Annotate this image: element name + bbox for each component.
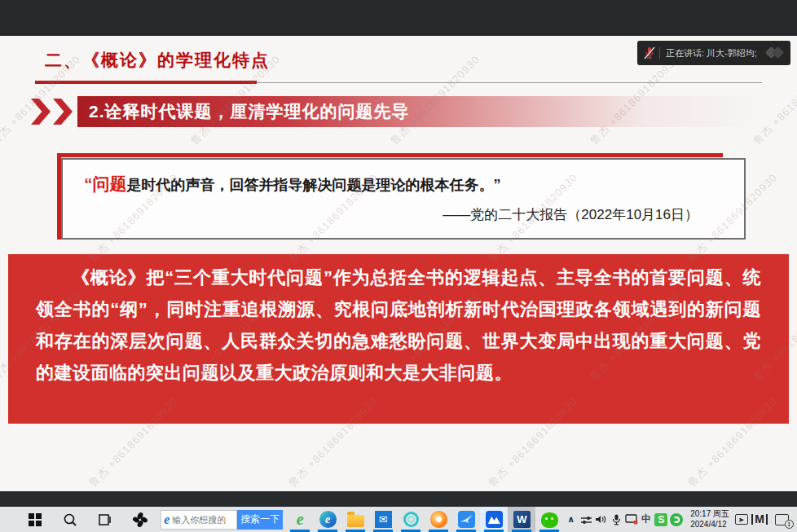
taskbar-app-ie-green[interactable]: e bbox=[286, 507, 314, 532]
taskbar-app-word[interactable]: W bbox=[508, 507, 535, 532]
action-center-button[interactable]: 1 bbox=[770, 507, 794, 532]
taskbar-app-flame-browser[interactable] bbox=[425, 507, 452, 532]
notification-badge: 1 bbox=[785, 520, 794, 529]
ring-app-icon bbox=[403, 512, 419, 527]
tray-microphone[interactable] bbox=[609, 507, 623, 532]
taskbar-app-edge[interactable]: e bbox=[314, 507, 341, 532]
tencent-meeting-logo-icon bbox=[766, 46, 786, 59]
windows-logo-icon bbox=[29, 513, 42, 526]
taskbar-clock[interactable]: 20:17 周五 2024/4/12 bbox=[690, 509, 729, 530]
clock-date: 2024/4/12 bbox=[690, 520, 729, 530]
action-center-icon: 1 bbox=[775, 514, 789, 525]
word-icon: W bbox=[513, 511, 531, 528]
task-view-button[interactable] bbox=[88, 507, 123, 532]
tray-screen-share[interactable] bbox=[623, 507, 638, 532]
wechat-icon bbox=[541, 512, 558, 528]
start-button[interactable] bbox=[18, 507, 53, 532]
screen: 二、《概论》的学理化特点 2.诠释时代课题，厘清学理化的问题先导 “问题是时代的… bbox=[0, 0, 797, 532]
search-icon bbox=[63, 512, 77, 527]
taskbar-search-button[interactable] bbox=[53, 507, 88, 532]
mail-icon: ✉ bbox=[375, 511, 392, 528]
microphone-icon bbox=[612, 514, 621, 525]
tray-audio-tuner[interactable] bbox=[579, 507, 593, 532]
thunder-bird-icon bbox=[458, 511, 475, 528]
media-play-icon: ▶ bbox=[735, 514, 748, 525]
taskbar-app-wechat[interactable] bbox=[535, 507, 563, 532]
taskbar-app-tencent-meeting[interactable] bbox=[480, 507, 508, 532]
title-underline-red bbox=[35, 81, 257, 84]
taskbar-app-ring[interactable] bbox=[397, 507, 425, 532]
tencent-meeting-icon bbox=[486, 511, 503, 528]
body-red-block: 《概论》把“三个重大时代问题”作为总括全书的逻辑起点、主导全书的首要问题、统领全… bbox=[8, 254, 789, 424]
tray-media-play[interactable]: ▶ bbox=[734, 507, 749, 532]
quote-body: 是时代的声音，回答并指导解决问题是理论的根本任务。” bbox=[127, 177, 501, 193]
chevron-up-icon: ∧ bbox=[567, 514, 575, 525]
m-tray-icon: M bbox=[751, 514, 768, 525]
muted-microphone-icon bbox=[644, 46, 655, 59]
tray-green-app[interactable] bbox=[669, 507, 684, 532]
task-view-icon bbox=[98, 513, 112, 526]
clock-weekday: 周五 bbox=[713, 509, 729, 518]
top-black-bar bbox=[0, 0, 797, 36]
banner-row: 2.诠释时代课题，厘清学理化的问题先导 bbox=[31, 96, 766, 127]
flame-browser-icon bbox=[430, 511, 447, 528]
presentation-slide: 二、《概论》的学理化特点 2.诠释时代课题，厘清学理化的问题先导 “问题是时代的… bbox=[0, 36, 797, 491]
desktop-search-band: e 搜索一下 bbox=[161, 510, 283, 530]
search-submit-button[interactable]: 搜索一下 bbox=[237, 510, 283, 530]
green-tray-icon bbox=[670, 513, 683, 526]
taskbar-app-mail[interactable]: ✉ bbox=[369, 507, 397, 532]
taskbar-app-thunder[interactable] bbox=[452, 507, 480, 532]
screen-share-icon bbox=[625, 514, 638, 525]
banner-title: 2.诠释时代课题，厘清学理化的问题先导 bbox=[77, 96, 766, 127]
double-chevron-icon bbox=[31, 99, 73, 125]
quote-text: “问题是时代的声音，回答并指导解决问题是理论的根本任务。” bbox=[84, 173, 723, 196]
search-input[interactable] bbox=[172, 515, 229, 525]
volume-icon bbox=[595, 514, 607, 525]
input-mode-indicator: 中 bbox=[641, 512, 651, 526]
bottom-black-bar bbox=[0, 491, 797, 507]
speaking-label: 正在讲话: 川大-郭绍均; bbox=[666, 47, 766, 59]
overlay-divider bbox=[659, 47, 660, 59]
file-explorer-icon bbox=[347, 515, 364, 527]
tray-m-app[interactable]: M bbox=[749, 507, 769, 532]
quote-highlight: “问题 bbox=[84, 174, 127, 193]
clock-time: 20:17 bbox=[690, 509, 711, 518]
desktop-search-box[interactable]: e bbox=[161, 510, 237, 530]
edge-icon: e bbox=[319, 511, 337, 528]
taskbar: e 搜索一下 e e ✉ W bbox=[0, 507, 797, 532]
tray-volume[interactable] bbox=[593, 507, 608, 532]
meeting-speaking-overlay: 正在讲话: 川大-郭绍均; bbox=[637, 41, 790, 65]
hidden-icons-button[interactable]: ∧ bbox=[563, 507, 578, 532]
tray-sogou-input[interactable]: S bbox=[654, 507, 668, 532]
taskbar-app-file-explorer[interactable] bbox=[341, 507, 369, 532]
title-underline-gray bbox=[257, 82, 762, 83]
slide-section-title: 二、《概论》的学理化特点 bbox=[45, 49, 270, 72]
pinwheel-icon bbox=[132, 512, 148, 528]
quote-box: “问题是时代的声音，回答并指导解决问题是理论的根本任务。” ——党的二十大报告（… bbox=[61, 158, 746, 240]
ie-blue-icon: e bbox=[164, 512, 170, 527]
body-paragraph: 《概论》把“三个重大时代问题”作为总括全书的逻辑起点、主导全书的首要问题、统领全… bbox=[36, 262, 761, 389]
quote-attribution: ——党的二十大报告（2022年10月16日） bbox=[84, 205, 723, 224]
tray-input-mode[interactable]: 中 bbox=[639, 507, 654, 532]
audio-tuner-icon bbox=[580, 515, 592, 525]
sogou-s-icon: S bbox=[654, 513, 667, 526]
pinwheel-app-button[interactable] bbox=[122, 507, 157, 532]
ie-green-icon: e bbox=[297, 510, 304, 529]
